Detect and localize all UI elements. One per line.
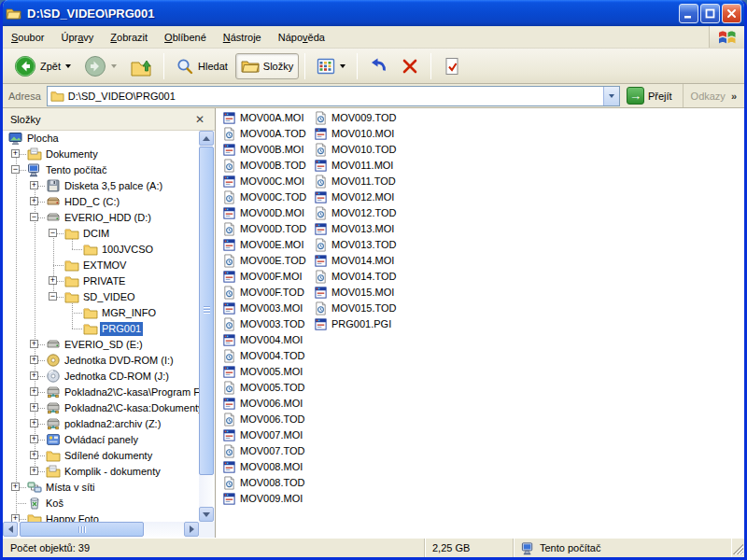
tree-item-sdi-lene-dokumenty[interactable]: +Sdílené dokumenty — [3, 448, 199, 464]
tree-item-label[interactable]: EVERIO_SD (E:) — [63, 338, 145, 352]
file-item-mov015-moi[interactable]: MOV015.MOI — [314, 285, 394, 300]
close-button[interactable] — [722, 4, 741, 23]
tree-item-ovla-daci-panely[interactable]: +Ovládací panely — [3, 432, 199, 448]
expand-icon[interactable]: + — [30, 403, 38, 412]
tree-item-everio-sd-e-[interactable]: +EVERIO_SD (E:) — [3, 337, 199, 353]
tree-item-label[interactable]: Koš — [44, 497, 65, 511]
file-item-mov00f-tod[interactable]: MOV00F.TOD — [222, 285, 304, 300]
tree-item-sd-video[interactable]: −SD_VIDEO — [3, 289, 199, 305]
file-item-mov011-moi[interactable]: MOV011.MOI — [314, 158, 393, 173]
file-item-mov008-moi[interactable]: MOV008.MOI — [222, 459, 303, 474]
undo-button[interactable] — [363, 53, 393, 79]
up-button[interactable] — [124, 51, 158, 81]
tree-item-jednotka-dvd-rom-i-[interactable]: +Jednotka DVD-ROM (I:) — [3, 353, 199, 369]
expand-icon[interactable]: + — [30, 467, 38, 475]
go-button[interactable]: → Přejít — [620, 87, 679, 105]
tree-item-pokladna2-archiv-z-[interactable]: +pokladna2:archiv (Z:) — [3, 416, 199, 432]
tree-item-plocha[interactable]: Plocha — [3, 131, 199, 147]
tree-item-label[interactable]: EXTMOV — [81, 259, 128, 273]
forward-button[interactable] — [78, 51, 122, 81]
tree-item-label[interactable]: Plocha — [25, 132, 61, 146]
file-item-mov004-tod[interactable]: MOV004.TOD — [222, 348, 305, 363]
file-item-mov005-moi[interactable]: MOV005.MOI — [222, 364, 303, 379]
tree-item-label[interactable]: EVERIO_HDD (D:) — [63, 211, 153, 225]
tree-item-happy-foto[interactable]: +Happy Foto — [3, 511, 199, 522]
scroll-left-icon[interactable] — [3, 522, 18, 537]
resize-grip[interactable] — [731, 542, 743, 554]
menu-item-nastroje[interactable]: Nástroje — [215, 26, 270, 48]
back-button[interactable]: Zpět — [8, 51, 77, 81]
tree-item-label[interactable]: Dokumenty — [44, 147, 100, 161]
file-item-mov015-tod[interactable]: MOV015.TOD — [314, 301, 397, 315]
file-item-mov011-tod[interactable]: MOV011.TOD — [314, 174, 396, 189]
address-value[interactable]: D:\SD_VIDEO\PRG001 — [68, 91, 603, 102]
tree-item-label[interactable]: Místa v síti — [44, 481, 97, 495]
file-item-mov006-moi[interactable]: MOV006.MOI — [222, 396, 303, 411]
collapse-icon[interactable]: − — [49, 292, 57, 301]
collapse-icon[interactable]: − — [11, 165, 20, 174]
file-item-mov003-tod[interactable]: MOV003.TOD — [222, 316, 305, 331]
tree-item-label[interactable]: pokladna2:archiv (Z:) — [63, 417, 162, 431]
forward-dropdown-icon[interactable] — [111, 64, 117, 68]
tree-item-extmov[interactable]: EXTMOV — [3, 258, 199, 273]
links-button[interactable]: Odkazy » — [683, 84, 740, 107]
tree-item-private[interactable]: +PRIVATE — [3, 273, 199, 289]
file-item-mov00c-tod[interactable]: MOV00C.TOD — [222, 189, 306, 204]
file-item-mov004-moi[interactable]: MOV004.MOI — [222, 332, 303, 347]
tree-item-pokladna2-c-kasa-dokumenty-u[interactable]: +Pokladna2\C-kasa:Dokumenty u — [3, 400, 199, 416]
file-item-mov007-moi[interactable]: MOV007.MOI — [222, 427, 303, 442]
tree-hscroll-thumb[interactable] — [20, 522, 144, 537]
file-item-mov012-moi[interactable]: MOV012.MOI — [314, 189, 394, 204]
file-item-mov014-moi[interactable]: MOV014.MOI — [314, 253, 394, 268]
close-panel-icon[interactable]: ✕ — [192, 112, 207, 127]
tree-item-jednotka-cd-rom-j-[interactable]: +Jednotka CD-ROM (J:) — [3, 369, 199, 385]
file-item-mov007-tod[interactable]: MOV007.TOD — [222, 443, 305, 458]
expand-icon[interactable]: + — [30, 197, 38, 205]
address-dropdown-button[interactable] — [603, 87, 619, 105]
tree-vscroll-thumb[interactable] — [199, 147, 214, 475]
views-button[interactable] — [311, 53, 351, 79]
views-dropdown-icon[interactable] — [340, 64, 345, 68]
file-item-mov00b-moi[interactable]: MOV00B.MOI — [222, 142, 303, 157]
file-item-mov014-tod[interactable]: MOV014.TOD — [314, 269, 397, 284]
expand-icon[interactable]: + — [30, 181, 38, 189]
file-item-mov00e-tod[interactable]: MOV00E.TOD — [222, 253, 306, 268]
file-item-mov00a-tod[interactable]: MOV00A.TOD — [222, 126, 306, 141]
expand-icon[interactable]: + — [11, 514, 20, 522]
file-item-mov00d-tod[interactable]: MOV00D.TOD — [222, 221, 306, 236]
expand-icon[interactable]: + — [49, 276, 57, 285]
tree-item-label[interactable]: Disketa 3,5 palce (A:) — [63, 179, 164, 193]
tree-item-label[interactable]: Jednotka CD-ROM (J:) — [63, 370, 171, 384]
tree-item-everio-hdd-d-[interactable]: −EVERIO_HDD (D:) — [3, 210, 199, 226]
tree-item-dcim[interactable]: −DCIM — [3, 226, 199, 242]
file-item-prg001-pgi[interactable]: PRG001.PGI — [314, 316, 391, 331]
file-item-mov00e-moi[interactable]: MOV00E.MOI — [222, 237, 303, 252]
file-item-mov005-tod[interactable]: MOV005.TOD — [222, 380, 305, 395]
collapse-icon[interactable]: − — [49, 229, 57, 237]
file-item-mov00f-moi[interactable]: MOV00F.MOI — [222, 269, 303, 284]
tree-item-prg001[interactable]: PRG001 — [3, 321, 199, 337]
file-item-mov009-tod[interactable]: MOV009.TOD — [314, 110, 397, 125]
tree-item-label[interactable]: Pokladna2\C-kasa:Dokumenty u — [63, 401, 199, 415]
file-item-mov00a-moi[interactable]: MOV00A.MOI — [222, 110, 303, 125]
tree-item-komplik-dokumenty[interactable]: +Komplik - dokumenty — [3, 464, 199, 480]
tree-item-hdd-c-c-[interactable]: +HDD_C (C:) — [3, 194, 199, 210]
expand-icon[interactable]: + — [30, 387, 38, 396]
menu-item-soubor[interactable]: Soubor — [3, 26, 52, 48]
back-dropdown-icon[interactable] — [65, 64, 71, 68]
file-item-mov009-moi[interactable]: MOV009.MOI — [222, 491, 303, 506]
expand-icon[interactable]: + — [30, 435, 38, 443]
search-button[interactable]: Hledat — [170, 53, 233, 79]
tree-item-label[interactable]: Jednotka DVD-ROM (I:) — [63, 354, 176, 368]
menu-item-upravy[interactable]: Úpravy — [52, 26, 102, 48]
tree-item-label[interactable]: Ovládací panely — [63, 433, 140, 447]
file-item-mov00b-tod[interactable]: MOV00B.TOD — [222, 158, 306, 173]
delete-button[interactable] — [395, 53, 425, 79]
maximize-button[interactable] — [700, 4, 720, 23]
tree-item-label[interactable]: Pokladna2\C-kasa\Program File — [63, 385, 199, 399]
tree-item-label[interactable]: SD_VIDEO — [81, 290, 137, 304]
collapse-icon[interactable]: − — [30, 213, 38, 221]
tree-item-mgr-info[interactable]: MGR_INFO — [3, 305, 199, 321]
expand-icon[interactable]: + — [30, 371, 38, 380]
file-item-mov003-moi[interactable]: MOV003.MOI — [222, 301, 303, 315]
